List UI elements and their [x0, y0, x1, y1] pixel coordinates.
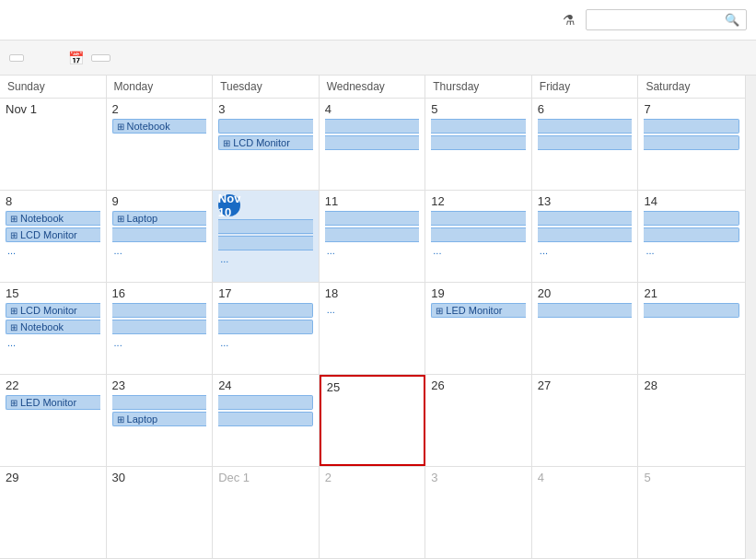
nav-down-button[interactable]	[44, 56, 53, 60]
day-cell[interactable]: 25	[320, 375, 426, 466]
scrollbar[interactable]	[745, 76, 756, 559]
reservation-bar[interactable]	[644, 303, 739, 318]
reservation-bar[interactable]: ⊞LED Monitor	[6, 395, 100, 410]
more-items[interactable]: ...	[431, 244, 526, 257]
day-cell[interactable]: 5	[638, 467, 745, 558]
reservation-bar[interactable]: ⊞LCD Monitor	[218, 135, 313, 150]
filter-icon[interactable]: ⚗	[559, 8, 578, 32]
reservation-bar[interactable]	[644, 227, 739, 242]
day-number: Dec 1	[218, 471, 313, 484]
quick-find-box: 🔍	[586, 9, 747, 30]
reservation-bar[interactable]	[538, 119, 633, 134]
day-cell[interactable]: Nov 10 ...	[213, 191, 320, 282]
reservation-bar[interactable]: ⊞Notebook	[6, 211, 100, 226]
reservation-bar[interactable]	[112, 303, 207, 318]
reservation-bar[interactable]	[538, 135, 633, 150]
reservation-bar[interactable]	[431, 211, 526, 226]
day-cell[interactable]: 3	[425, 467, 532, 558]
day-cell[interactable]: 16 ...	[107, 283, 214, 374]
reservation-bar[interactable]	[112, 320, 207, 334]
reservation-bar[interactable]	[218, 236, 313, 250]
reservation-bar[interactable]	[218, 412, 313, 426]
view-selector[interactable]	[91, 54, 110, 62]
day-cell[interactable]: 15⊞LCD Monitor⊞Notebook...	[0, 283, 107, 374]
day-cell[interactable]: 20	[532, 283, 639, 374]
reservation-bar[interactable]: ⊞LCD Monitor	[6, 227, 100, 242]
day-cell[interactable]: 17 ...	[213, 283, 320, 374]
day-cell[interactable]: 27	[532, 375, 639, 466]
reservation-bar[interactable]	[538, 303, 633, 318]
reservation-bar[interactable]	[431, 135, 526, 150]
day-cell[interactable]: 2⊞Notebook	[107, 99, 214, 190]
reservation-bar[interactable]	[325, 227, 420, 242]
more-items[interactable]: ...	[644, 244, 739, 257]
day-cell[interactable]: 12 ...	[425, 191, 532, 282]
day-cell[interactable]: 11 ...	[320, 191, 426, 282]
reservation-bar[interactable]	[325, 211, 420, 226]
reservation-bar[interactable]	[218, 395, 313, 410]
day-cell[interactable]: 26	[425, 375, 532, 466]
day-cell[interactable]: 19⊞LED Monitor	[425, 283, 532, 374]
reservation-bar[interactable]	[644, 119, 739, 134]
more-items[interactable]: ...	[112, 244, 207, 257]
day-cell[interactable]: Dec 1	[213, 467, 320, 558]
day-cell[interactable]: 29	[0, 467, 107, 558]
day-cell[interactable]: 3 ⊞LCD Monitor	[213, 99, 320, 190]
day-cell[interactable]: 9⊞Laptop ...	[107, 191, 214, 282]
day-cell[interactable]: 23 ⊞Laptop	[107, 375, 214, 466]
day-cell[interactable]: 2	[320, 467, 426, 558]
day-number: 3	[431, 471, 526, 484]
day-cell[interactable]: 13 ...	[532, 191, 639, 282]
more-items[interactable]: ...	[112, 336, 207, 349]
day-cell[interactable]: 14 ...	[638, 191, 745, 282]
day-cell[interactable]: 4	[532, 467, 639, 558]
day-cell[interactable]: 21	[638, 283, 745, 374]
reservation-bar[interactable]	[218, 320, 313, 334]
day-cell[interactable]: 8⊞Notebook⊞LCD Monitor...	[0, 191, 107, 282]
reservation-bar[interactable]	[431, 227, 526, 242]
reservation-bar[interactable]	[218, 303, 313, 318]
day-number: 25	[327, 380, 419, 394]
more-items[interactable]: ...	[6, 244, 100, 257]
reservation-bar[interactable]: ⊞Laptop	[112, 412, 207, 426]
reservation-bar[interactable]	[644, 211, 739, 226]
reservation-bar[interactable]	[112, 395, 207, 410]
day-cell[interactable]: 4	[320, 99, 426, 190]
search-icon[interactable]: 🔍	[725, 13, 739, 27]
day-cell[interactable]: 22⊞LED Monitor	[0, 375, 107, 466]
day-header: Thursday	[425, 76, 532, 98]
more-items[interactable]: ...	[325, 244, 420, 257]
day-header: Monday	[107, 76, 214, 98]
more-items[interactable]: ...	[6, 336, 100, 349]
reservation-bar[interactable]	[325, 135, 420, 150]
more-items[interactable]: ...	[538, 244, 633, 257]
day-cell[interactable]: 18...	[320, 283, 426, 374]
reservation-bar[interactable]: ⊞Laptop	[112, 211, 207, 226]
quick-find-input[interactable]	[592, 13, 721, 27]
header-right: ⚗ 🔍	[559, 8, 747, 32]
reservation-bar[interactable]	[538, 227, 633, 242]
today-button[interactable]	[9, 54, 24, 62]
more-items[interactable]: ...	[218, 336, 313, 349]
day-cell[interactable]: 5	[425, 99, 532, 190]
reservation-bar[interactable]	[112, 227, 207, 242]
reservation-bar[interactable]	[431, 119, 526, 134]
reservation-bar[interactable]	[218, 219, 313, 234]
day-cell[interactable]: 30	[107, 467, 214, 558]
reservation-bar[interactable]: ⊞Notebook	[112, 119, 207, 134]
more-items[interactable]: ...	[218, 252, 313, 265]
reservation-bar[interactable]	[538, 211, 633, 226]
reservation-bar[interactable]: ⊞Notebook	[6, 320, 100, 334]
day-cell[interactable]: 24	[213, 375, 320, 466]
day-cell[interactable]: Nov 1	[0, 99, 107, 190]
day-cell[interactable]: 6	[532, 99, 639, 190]
day-cell[interactable]: 7	[638, 99, 745, 190]
more-items[interactable]: ...	[325, 303, 420, 316]
day-cell[interactable]: 28	[638, 375, 745, 466]
reservation-bar[interactable]: ⊞LED Monitor	[431, 303, 526, 318]
reservation-bar[interactable]	[644, 135, 739, 150]
reservation-bar[interactable]	[325, 119, 420, 134]
nav-up-button[interactable]	[31, 56, 41, 60]
reservation-bar[interactable]	[218, 119, 313, 134]
reservation-bar[interactable]: ⊞LCD Monitor	[6, 303, 100, 318]
